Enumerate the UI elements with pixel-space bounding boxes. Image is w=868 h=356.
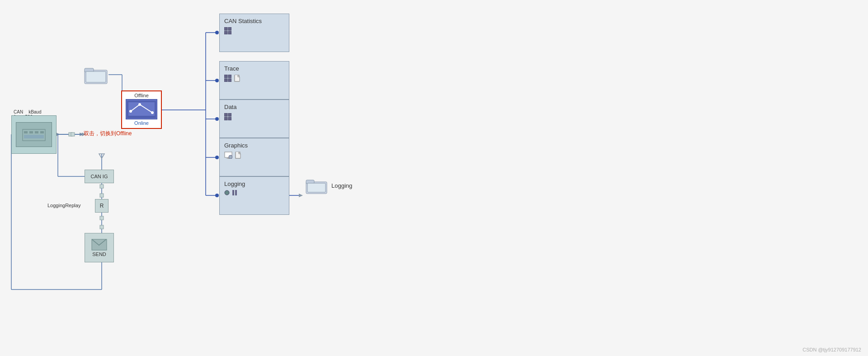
svg-rect-69 xyxy=(228,117,231,120)
r-label: R xyxy=(100,203,104,209)
svg-rect-42 xyxy=(40,131,44,133)
svg-rect-43 xyxy=(24,135,44,138)
svg-rect-67 xyxy=(228,113,231,116)
module-trace[interactable]: Trace xyxy=(219,61,289,100)
svg-rect-31 xyxy=(71,133,75,136)
graphics-icons xyxy=(224,152,284,159)
pause-icon xyxy=(232,190,237,195)
svg-rect-57 xyxy=(224,31,227,34)
svg-rect-46 xyxy=(86,71,106,82)
svg-marker-26 xyxy=(56,133,60,136)
send-label: SEND xyxy=(92,252,106,257)
can-statistics-title: CAN Statistics xyxy=(224,18,284,24)
logging-folder-icon xyxy=(305,176,328,195)
canig-block[interactable]: CAN IG xyxy=(85,170,114,183)
svg-rect-23 xyxy=(100,225,104,229)
switch-image xyxy=(126,99,157,119)
svg-point-53 xyxy=(151,111,154,114)
monitor-icon xyxy=(224,152,232,159)
svg-point-52 xyxy=(129,110,132,113)
svg-point-77 xyxy=(225,190,229,195)
svg-point-36 xyxy=(215,194,219,197)
svg-point-33 xyxy=(215,79,219,82)
grid-icon-1 xyxy=(224,27,231,34)
hint-text: 双击，切换到Offline xyxy=(84,130,132,138)
svg-rect-56 xyxy=(228,27,231,30)
pcie-icon xyxy=(20,126,47,144)
folder-svg xyxy=(84,65,108,85)
svg-rect-58 xyxy=(228,31,231,34)
offline-label: Offline xyxy=(134,93,149,98)
doc-icon-1 xyxy=(234,75,241,82)
module-can-statistics[interactable]: CAN Statistics xyxy=(219,14,289,52)
grid-icon-2 xyxy=(224,75,231,82)
svg-rect-28 xyxy=(69,133,72,136)
svg-rect-62 xyxy=(228,79,231,82)
grid-icon-3 xyxy=(224,113,231,120)
logging-replay-label: LoggingReplay xyxy=(47,203,80,208)
can-block-inner xyxy=(16,122,52,147)
graphics-title: Graphics xyxy=(224,142,284,149)
svg-rect-20 xyxy=(100,194,104,197)
trace-title: Trace xyxy=(224,65,284,72)
send-block[interactable]: SEND xyxy=(85,233,114,262)
module-logging[interactable]: Logging xyxy=(219,176,289,215)
can-label: CAN xyxy=(14,109,23,114)
svg-marker-4 xyxy=(80,133,84,136)
r-block[interactable]: R xyxy=(95,199,108,213)
svg-rect-59 xyxy=(224,75,227,78)
svg-rect-80 xyxy=(307,183,326,192)
svg-marker-15 xyxy=(299,194,303,197)
logging-output: Logging xyxy=(305,176,352,195)
trace-icons xyxy=(224,75,284,82)
data-icons xyxy=(224,113,284,120)
svg-rect-19 xyxy=(100,185,104,188)
logging-output-label: Logging xyxy=(331,182,352,189)
send-icon xyxy=(91,239,107,252)
can-labels: CAN kBaud xyxy=(14,109,41,114)
svg-point-34 xyxy=(215,117,219,121)
svg-rect-60 xyxy=(228,75,231,78)
svg-rect-61 xyxy=(224,79,227,82)
svg-rect-22 xyxy=(100,216,104,220)
switch-block[interactable]: Offline Online xyxy=(121,90,162,129)
doc-icon-2 xyxy=(235,152,241,159)
switch-svg xyxy=(126,100,157,119)
svg-point-51 xyxy=(138,103,141,106)
canvas: CAN kBaud 1 500 Offline xyxy=(0,0,868,356)
kbaud-label: kBaud xyxy=(28,109,41,114)
svg-point-73 xyxy=(229,155,232,159)
svg-marker-17 xyxy=(99,154,104,158)
connectors-svg xyxy=(0,0,868,356)
can-hardware-block[interactable] xyxy=(11,115,57,154)
svg-point-35 xyxy=(215,156,219,159)
svg-rect-40 xyxy=(29,131,33,133)
circle-icon xyxy=(224,190,230,195)
data-title: Data xyxy=(224,104,284,110)
svg-rect-66 xyxy=(224,113,227,116)
svg-rect-39 xyxy=(24,131,28,133)
module-data[interactable]: Data xyxy=(219,100,289,138)
canig-label: CAN IG xyxy=(91,174,108,179)
svg-rect-68 xyxy=(224,117,227,120)
svg-rect-48 xyxy=(128,102,155,116)
module-graphics[interactable]: Graphics xyxy=(219,138,289,176)
svg-rect-55 xyxy=(224,27,227,30)
logging-title: Logging xyxy=(224,180,284,187)
online-label: Online xyxy=(134,120,149,126)
logging-icons xyxy=(224,190,284,195)
svg-point-32 xyxy=(215,31,219,34)
folder-top-icon[interactable] xyxy=(84,65,108,85)
svg-rect-41 xyxy=(35,131,38,133)
watermark: CSDN @tjy912709177912 xyxy=(802,347,861,352)
can-statistics-icons xyxy=(224,27,284,34)
